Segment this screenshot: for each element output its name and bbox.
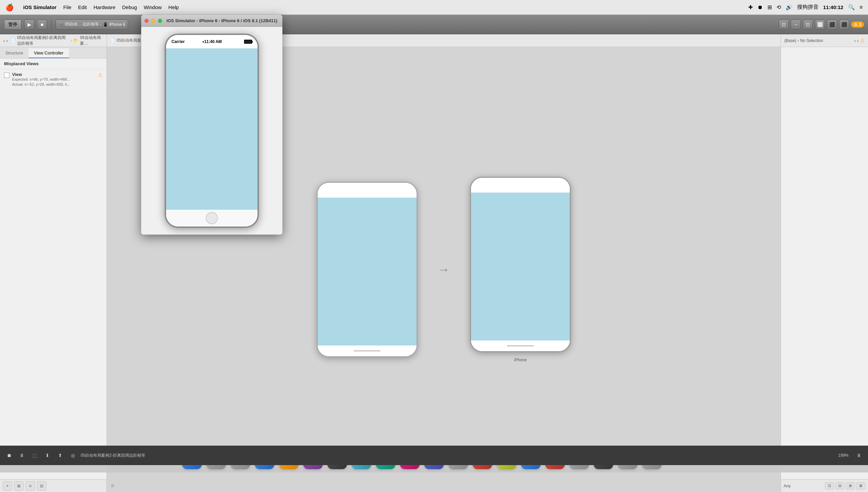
menubar-ios-simulator[interactable]: iOS Simulator — [23, 4, 56, 10]
rb-fwd-btn[interactable]: › — [857, 37, 859, 44]
tab-view-controller[interactable]: View Controller — [29, 48, 69, 58]
misplaced-item[interactable]: View Expected: x=66, y=70, width=468... … — [0, 69, 106, 91]
iphone-home-bar-left — [318, 345, 416, 356]
size-compact[interactable]: ⊡ — [825, 482, 834, 489]
iphone-scene-left — [317, 182, 417, 357]
panel-toggle-right[interactable]: ⊡ — [803, 20, 813, 30]
misplaced-actual: Actual: x=-52, y=28, width=600, h... — [12, 82, 95, 87]
bc-folder-name: 05自动布局案… — [80, 35, 103, 46]
bc-nav: ‹ › — [3, 38, 8, 43]
warning-count: 1 — [859, 22, 861, 27]
misplaced-checkbox[interactable] — [4, 73, 9, 78]
menubar-screenshot-icon[interactable]: ⊞ — [768, 4, 772, 10]
toolbar-sep-1 — [51, 20, 51, 30]
size-regular[interactable]: ⊟ — [836, 482, 844, 489]
pause-button[interactable]: 暂停 — [4, 20, 22, 30]
pause-label: 暂停 — [8, 22, 17, 28]
size-indicator: ⊞ — [111, 479, 114, 492]
rb-base: (Base) — [784, 38, 796, 43]
menubar-input-source[interactable]: 搜狗拼音 — [797, 4, 819, 11]
menubar-search-icon[interactable]: 🔍 — [848, 4, 855, 10]
project-breadcrumb[interactable]: 🔨 05自动…·边距相等 › 📱 iPhone 6 — [55, 20, 128, 30]
status-panel-right-btn[interactable]: ⏸ — [854, 450, 864, 461]
apple-menu[interactable]: 🍎 — [5, 3, 14, 11]
status-step-over-btn[interactable]: ⬚ — [30, 450, 40, 461]
misplaced-warning-icon: ⚠ — [98, 72, 102, 78]
bc-project-name: 05自动布局案例2-距离四周边距相等 — [17, 35, 69, 46]
status-goto-btn[interactable]: ◎ — [68, 450, 78, 461]
menubar-clock: 11:40:12 — [823, 4, 843, 10]
sim-close-btn[interactable] — [145, 19, 149, 23]
sim-home-button[interactable] — [206, 212, 218, 224]
panel-toggle-2[interactable]: ⬜ — [815, 20, 825, 30]
run-button[interactable]: ▶ — [24, 20, 34, 30]
size-icon: ⊞ — [111, 483, 114, 488]
menubar-timemachine-icon[interactable]: ⟲ — [776, 4, 781, 10]
toolbar-right-icons: ⊡ ↔ ⊡ ⬜ ⬛ ⬛ ⚠ 1 — [778, 20, 864, 30]
right-breadcrumb: (Base) › No Selection ‹ › ⚠ — [781, 34, 868, 47]
left-breadcrumb-row: ‹ › 📄 05自动布局案例2-距离四周边距相等 › 📁 05自动布局案… — [0, 34, 106, 47]
rb-selection: No Selection — [800, 38, 823, 43]
warning-badge[interactable]: ⚠ 1 — [851, 22, 864, 28]
sim-content: Carrier ▾ 11:40 AM — [141, 27, 282, 235]
misplaced-info: View Expected: x=66, y=70, width=468... … — [12, 72, 95, 88]
menubar-list-icon[interactable]: ≡ — [860, 4, 863, 10]
sim-maximize-btn[interactable] — [158, 19, 162, 23]
sim-screen[interactable] — [166, 48, 258, 210]
sim-minimize-btn[interactable] — [151, 19, 155, 23]
status-pause-btn[interactable]: ⏸ — [17, 450, 27, 461]
bc-sep: › — [71, 38, 72, 43]
panel-toggle-center[interactable]: ↔ — [791, 20, 801, 30]
menubar-edit[interactable]: Edit — [78, 4, 87, 10]
status-step-in-btn[interactable]: ⬇ — [42, 450, 52, 461]
bottom-list-btn[interactable]: ≡ — [26, 481, 35, 491]
bc-file-icon: 📄 — [10, 38, 16, 43]
status-step-out-btn[interactable]: ⬆ — [55, 450, 65, 461]
status-stop-btn[interactable]: ⏹ — [4, 450, 14, 461]
menubar-hardware[interactable]: Hardware — [93, 4, 115, 10]
bottom-panel-btn[interactable]: ⊟ — [37, 481, 46, 491]
menubar-add-icon[interactable]: ✚ — [748, 4, 753, 10]
bc-back-button[interactable]: ‹ — [3, 38, 5, 43]
home-bar-line — [354, 350, 381, 351]
menubar-help[interactable]: Help — [168, 4, 179, 10]
menubar-volume-icon[interactable]: 🔊 — [786, 4, 792, 10]
sim-home-button-area — [166, 210, 258, 226]
panel-toggle-left[interactable]: ⊡ — [778, 20, 789, 30]
sim-titlebar: iOS Simulator - iPhone 6 - iPhone 6 / iO… — [141, 15, 282, 27]
rb-warning-icon: ⚠ — [860, 37, 865, 44]
xcode-window: 暂停 ▶ ■ 🔨 05自动…·边距相等 › 📱 iPhone 6 ⊡ ↔ ⊡ ⬜… — [0, 15, 868, 492]
menubar: 🍎 iOS Simulator File Edit Hardware Debug… — [0, 0, 868, 15]
right-panel-bottom-bar: Any ⊡ ⊟ ⊞ ⊠ — [781, 479, 868, 492]
bottom-add-btn[interactable]: + — [3, 481, 12, 491]
left-panel-inner: Misplaced Views View Expected: x=66, y=7… — [0, 58, 106, 479]
panel-tabs: Structure View Controller — [0, 47, 106, 58]
device-icon: 📱 — [103, 22, 108, 27]
any-label: Any — [783, 484, 791, 488]
size-wcompact[interactable]: ⊠ — [856, 482, 865, 489]
iphone-status-bar-left — [318, 183, 416, 198]
scene-container: → iPhone — [317, 177, 571, 362]
panel-toggle-3[interactable]: ⬛ — [827, 20, 837, 30]
iphone-screen-right — [471, 193, 570, 340]
sim-battery-icon — [244, 40, 252, 44]
home-bar-line-right — [507, 345, 534, 346]
menubar-screenrecord-icon[interactable]: ⏺ — [757, 4, 763, 10]
menubar-debug[interactable]: Debug — [122, 4, 137, 10]
iphone-frame-right — [470, 177, 571, 352]
xcode-icon: 🔨 — [58, 22, 64, 27]
right-panel: (Base) › No Selection ‹ › ⚠ Any ⊡ ⊟ ⊞ ⊠ — [780, 34, 868, 492]
layout-size-btns: ⊡ ⊟ ⊞ ⊠ — [825, 482, 865, 489]
stop-button[interactable]: ■ — [37, 20, 47, 30]
bottom-grid-btn[interactable]: ⊞ — [14, 481, 24, 491]
bc-forward-button[interactable]: › — [6, 38, 8, 43]
tab-structure[interactable]: Structure — [0, 48, 29, 58]
status-file-path: 05自动布局案例2-距离四周边距相等 — [81, 453, 836, 459]
size-any[interactable]: ⊞ — [846, 482, 855, 489]
bc-folder-icon: 📁 — [73, 38, 79, 43]
panel-toggle-4[interactable]: ⬛ — [839, 20, 849, 30]
menubar-file[interactable]: File — [63, 4, 71, 10]
rb-back-btn[interactable]: ‹ — [854, 37, 856, 44]
breadcrumb-device: iPhone 6 — [109, 22, 125, 27]
menubar-window[interactable]: Window — [144, 4, 161, 10]
